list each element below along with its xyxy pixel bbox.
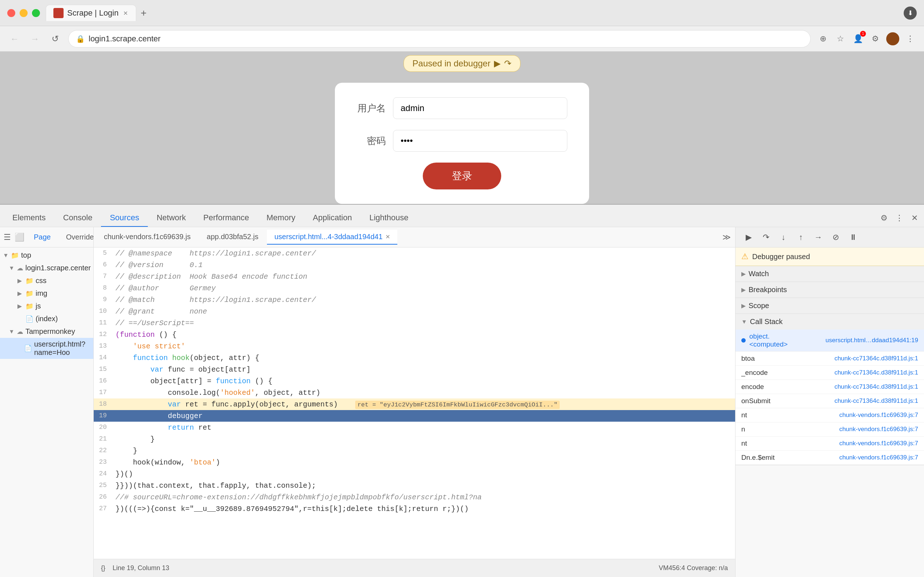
- call-stack-item[interactable]: nt chunk-vendors.f1c69639.js:7: [735, 437, 924, 451]
- tab-elements[interactable]: Elements: [4, 210, 55, 227]
- close-button[interactable]: [7, 9, 15, 17]
- tab-performance[interactable]: Performance: [195, 210, 258, 227]
- watch-section-header[interactable]: ▶ Watch: [735, 266, 924, 282]
- tree-item-css[interactable]: ▶ 📁 css: [0, 274, 93, 287]
- code-tab-vendors[interactable]: chunk-vendors.f1c69639.js: [97, 230, 198, 245]
- step-icon[interactable]: ↷: [504, 58, 511, 69]
- tree-label: (index): [36, 314, 58, 323]
- call-stack-item[interactable]: _encode chunk-cc71364c.d38f911d.js:1: [735, 366, 924, 380]
- tab-sources[interactable]: Sources: [101, 210, 148, 227]
- call-stack-item[interactable]: onSubmit chunk-cc71364c.d38f911d.js:1: [735, 394, 924, 408]
- title-bar: Scrape | Login ✕ + ⬇: [0, 0, 924, 26]
- tree-item-userscript[interactable]: ▶ 📄 userscript.html?name=Hoo: [0, 338, 93, 359]
- step-into-button[interactable]: ↓: [776, 230, 791, 245]
- traffic-lights: [7, 9, 40, 17]
- coverage-info: VM456:4 Coverage: n/a: [659, 564, 728, 572]
- tab-close-button[interactable]: ✕: [122, 10, 129, 16]
- username-input[interactable]: [393, 97, 567, 119]
- extensions-icon[interactable]: ⚙: [869, 32, 882, 45]
- call-stack-item[interactable]: btoa chunk-cc71364c.d38f911d.js:1: [735, 351, 924, 366]
- chevron-icon: ▶: [741, 302, 746, 309]
- file-tab-page[interactable]: Page: [28, 231, 57, 243]
- back-button[interactable]: ←: [7, 32, 22, 46]
- split-icon[interactable]: ⬜: [15, 232, 24, 243]
- bookmark-icon[interactable]: ☆: [834, 32, 847, 45]
- notification-badge: 1: [860, 31, 866, 37]
- avatar[interactable]: [886, 32, 899, 45]
- tab-network[interactable]: Network: [148, 210, 195, 227]
- tab-lighthouse[interactable]: Lighthouse: [361, 210, 417, 227]
- code-line: 6 // @version 0.1: [94, 259, 735, 271]
- folder-icon: 📁: [26, 290, 34, 298]
- file-location: chunk-vendors.f1c69639.js:7: [839, 411, 918, 419]
- tab-application[interactable]: Application: [304, 210, 361, 227]
- code-line: 15 var func = object[attr]: [94, 364, 735, 375]
- settings-icon[interactable]: ⚙: [878, 212, 890, 224]
- code-line: 21 }: [94, 433, 735, 445]
- code-tab-app[interactable]: app.d03bfa52.js: [199, 230, 265, 245]
- code-line: 13 'use strict': [94, 340, 735, 352]
- breakpoints-section-header[interactable]: ▶ Breakpoints: [735, 282, 924, 298]
- tree-item-domain[interactable]: ▼ ☁ login1.scrape.center: [0, 262, 93, 274]
- tree-item-index[interactable]: ▶ 📄 (index): [0, 313, 93, 325]
- function-name: nt: [741, 440, 800, 448]
- call-stack-item[interactable]: encode chunk-cc71364c.d38f911d.js:1: [735, 380, 924, 394]
- extensions-button[interactable]: ⬇: [904, 6, 917, 19]
- browser-tab[interactable]: Scrape | Login ✕: [46, 5, 136, 21]
- file-tab-overrides[interactable]: Overrides: [60, 231, 94, 243]
- step-button[interactable]: →: [811, 230, 825, 245]
- cloud-icon: ☁: [17, 328, 23, 336]
- devtools-body: ☰ ⬜ Page Overrides » ⋮ ▼ 📁 top: [0, 227, 924, 577]
- forward-button[interactable]: →: [27, 32, 42, 46]
- debugger-badge: Paused in debugger ▶ ↷: [404, 55, 521, 72]
- lock-icon: 🔒: [76, 34, 85, 43]
- reload-button[interactable]: ↺: [48, 32, 63, 46]
- more-icon[interactable]: ⋮: [893, 212, 905, 224]
- address-input[interactable]: 🔒 login1.scrape.center: [68, 30, 811, 48]
- code-line-paused: 19 debugger: [94, 410, 735, 422]
- username-label: 用户名: [357, 102, 386, 114]
- tab-memory[interactable]: Memory: [258, 210, 304, 227]
- debug-panel: ▶ ↷ ↓ ↑ → ⊘ ⏸ ⚠ Debugger paused: [735, 227, 924, 577]
- password-input[interactable]: [393, 130, 567, 152]
- add-tab-icon[interactable]: ≫: [720, 232, 732, 243]
- code-tab-close[interactable]: ✕: [385, 233, 390, 240]
- call-stack-item[interactable]: Dn.e.$emit chunk-vendors.f1c69639.js:7: [735, 451, 924, 465]
- scope-section: ▶ Scope: [735, 298, 924, 314]
- tree-item-top[interactable]: ▼ 📁 top: [0, 249, 93, 262]
- tree-item-js[interactable]: ▶ 📁 js: [0, 300, 93, 313]
- code-line: 27 })(((=>){const k="__u__392689.8769495…: [94, 503, 735, 514]
- menu-icon[interactable]: ⋮: [904, 32, 917, 45]
- tree-item-img[interactable]: ▶ 📁 img: [0, 287, 93, 300]
- deactivate-breakpoints-button[interactable]: ⊘: [829, 230, 843, 245]
- translate-icon[interactable]: ⊕: [816, 32, 830, 45]
- code-area[interactable]: 5 // @namespace https://login1.scrape.ce…: [94, 248, 735, 559]
- call-stack-section: ▼ Call Stack object.<computed> userscrip…: [735, 314, 924, 465]
- code-tab-userscript[interactable]: userscript.html...4-3ddaad194d41 ✕: [267, 230, 397, 245]
- call-stack-item[interactable]: nt chunk-vendors.f1c69639.js:7: [735, 408, 924, 422]
- chevron-icon: ▶: [741, 270, 746, 277]
- paused-message: Debugger paused: [752, 253, 810, 261]
- sidebar-toggle-icon[interactable]: ☰: [4, 232, 11, 243]
- resume-button[interactable]: ▶: [741, 230, 756, 245]
- new-tab-button[interactable]: +: [136, 6, 151, 20]
- code-line: 11 // ==/UserScript==: [94, 317, 735, 329]
- code-line: 17 console.log('hooked', object, attr): [94, 387, 735, 398]
- call-stack-section-header[interactable]: ▼ Call Stack: [735, 314, 924, 329]
- tree-item-tampermonkey[interactable]: ▼ ☁ Tampermonkey: [0, 325, 93, 338]
- step-out-button[interactable]: ↑: [793, 230, 808, 245]
- call-stack-item[interactable]: n chunk-vendors.f1c69639.js:7: [735, 422, 924, 437]
- function-name: n: [741, 425, 800, 433]
- maximize-button[interactable]: [32, 9, 40, 17]
- pause-on-exceptions-button[interactable]: ⏸: [846, 230, 861, 245]
- step-over-button[interactable]: ↷: [759, 230, 773, 245]
- section-label: Watch: [749, 270, 769, 278]
- login-button[interactable]: 登录: [423, 163, 501, 189]
- scope-section-header[interactable]: ▶ Scope: [735, 298, 924, 314]
- minimize-button[interactable]: [19, 9, 27, 17]
- close-devtools-icon[interactable]: ✕: [909, 212, 920, 224]
- resume-icon[interactable]: ▶: [494, 58, 501, 69]
- tab-console[interactable]: Console: [55, 210, 101, 227]
- code-line: 23 hook(window, 'btoa'): [94, 456, 735, 468]
- call-stack-item[interactable]: object.<computed> userscript.html…ddaad1…: [735, 329, 924, 351]
